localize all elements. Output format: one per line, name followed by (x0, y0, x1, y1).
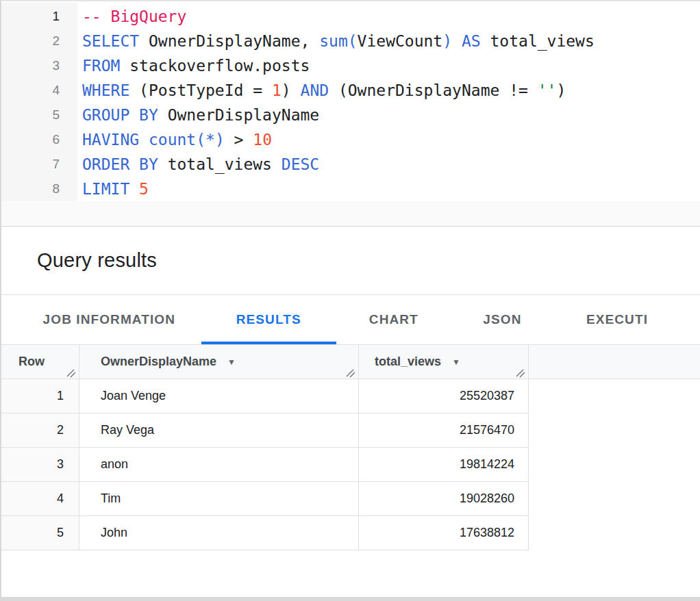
code-token: sum( (319, 32, 357, 50)
code-token: -- BigQuery (82, 8, 186, 25)
code-token: count(*) (149, 131, 225, 149)
query-results-title: Query results (37, 249, 157, 272)
code-token: total_views (481, 32, 595, 50)
column-header-label: Row (18, 355, 45, 369)
code-token: (PostTypeId = (129, 81, 272, 99)
line-number-2: 2 (1, 29, 77, 53)
code-token: 10 (253, 131, 272, 149)
row-number-cell: 1 (1, 379, 79, 413)
column-resize-handle[interactable] (66, 367, 76, 376)
code-line-5[interactable]: GROUP BY OwnerDisplayName (77, 103, 700, 127)
total-views-cell: 19814224 (359, 448, 529, 482)
line-number-8: 8 (1, 177, 77, 201)
total-views-cell: 25520387 (359, 379, 529, 413)
line-number-6: 6 (1, 127, 77, 152)
line-number-4: 4 (1, 78, 77, 103)
row-number-cell: 4 (1, 482, 79, 516)
owner-display-name-cell: John (79, 516, 359, 550)
code-token: FROM (82, 57, 120, 75)
code-token: ) (442, 32, 452, 50)
tab-json[interactable]: JSON (450, 295, 555, 344)
tab-label: EXECUTI (586, 312, 648, 327)
row-number-cell: 3 (1, 448, 79, 482)
code-token (139, 131, 149, 149)
code-token: AS (462, 32, 481, 50)
filler-cell (529, 379, 700, 413)
row-number-cell: 2 (1, 413, 79, 448)
owner-display-name-cell: Ray Vega (79, 413, 359, 448)
table-row: 4Tim19028260 (1, 482, 700, 516)
column-resize-handle[interactable] (516, 367, 525, 376)
column-header-filler (529, 345, 700, 379)
tab-label: CHART (369, 312, 418, 327)
results-table: RowOwnerDisplayName▼total_views▼1Joan Ve… (1, 345, 700, 550)
code-token (452, 32, 462, 50)
code-token: WHERE (82, 81, 129, 99)
code-token: '' (538, 81, 557, 99)
code-token: LIMIT (82, 180, 129, 198)
results-tabbar: JOB INFORMATIONRESULTSCHARTJSONEXECUTI (1, 295, 700, 345)
total-views-cell: 19028260 (359, 482, 529, 516)
tab-results[interactable]: RESULTS (200, 295, 338, 344)
tab-chart[interactable]: CHART (338, 295, 450, 344)
column-header-ownerdisplayname: OwnerDisplayName▼ (79, 345, 359, 379)
query-results-section-header: Query results (1, 227, 700, 295)
code-token: ViewCount (358, 32, 443, 50)
code-token: HAVING (82, 131, 139, 149)
code-token: ) (556, 81, 566, 99)
column-menu-arrow-icon[interactable]: ▼ (227, 358, 236, 366)
owner-display-name-cell: Joan Venge (79, 379, 359, 413)
filler-cell (529, 516, 700, 550)
code-token: SELECT (82, 32, 139, 50)
column-resize-handle[interactable] (346, 367, 355, 376)
code-token: DESC (282, 155, 319, 173)
bigquery-query-panel: 12345678 -- BigQuerySELECT OwnerDisplayN… (0, 0, 700, 601)
line-number-5: 5 (1, 103, 77, 127)
editor-code-area[interactable]: -- BigQuerySELECT OwnerDisplayName, sum(… (77, 3, 700, 201)
editor-bottom-padding (1, 201, 700, 226)
code-line-1[interactable]: -- BigQuery (77, 4, 700, 29)
code-line-6[interactable]: HAVING count(*) > 10 (77, 127, 700, 152)
total-views-cell: 17638812 (359, 516, 529, 550)
table-row: 3anon19814224 (1, 448, 700, 482)
tab-label: JSON (483, 312, 521, 327)
empty-area-below-table (1, 550, 700, 597)
code-token: ) (282, 81, 301, 99)
filler-cell (529, 448, 700, 482)
window-bottom-edge (1, 597, 700, 601)
sql-editor[interactable]: 12345678 -- BigQuerySELECT OwnerDisplayN… (1, 1, 700, 227)
code-token: OwnerDisplayName, (139, 32, 319, 50)
table-row: 5John17638812 (1, 516, 700, 550)
code-token: total_views (158, 155, 282, 173)
code-token: 1 (272, 81, 282, 99)
code-token: stackoverflow.posts (120, 57, 310, 75)
code-line-4[interactable]: WHERE (PostTypeId = 1) AND (OwnerDisplay… (77, 78, 700, 103)
code-token: 5 (139, 180, 149, 198)
code-token (129, 180, 139, 198)
code-token: OwnerDisplayName (158, 106, 319, 124)
column-header-label: OwnerDisplayName (101, 355, 216, 369)
owner-display-name-cell: anon (79, 448, 359, 482)
tab-job-information[interactable]: JOB INFORMATION (18, 295, 200, 344)
total-views-cell: 21576470 (359, 413, 529, 448)
code-token: GROUP BY (82, 106, 158, 124)
tab-label: JOB INFORMATION (43, 312, 175, 327)
code-line-8[interactable]: LIMIT 5 (77, 177, 700, 201)
editor-line-number-gutter: 12345678 (1, 3, 77, 201)
code-line-2[interactable]: SELECT OwnerDisplayName, sum(ViewCount) … (77, 29, 700, 53)
filler-cell (529, 482, 700, 516)
column-header-total-views: total_views▼ (359, 345, 529, 379)
column-header-row: Row (1, 345, 79, 379)
code-token: ORDER BY (82, 155, 158, 173)
tab-executi[interactable]: EXECUTI (555, 295, 700, 344)
column-header-label: total_views (375, 355, 441, 369)
column-menu-arrow-icon[interactable]: ▼ (452, 358, 460, 366)
table-header-row: RowOwnerDisplayName▼total_views▼ (1, 345, 700, 379)
tab-label: RESULTS (236, 312, 301, 327)
table-row: 2Ray Vega21576470 (1, 413, 700, 448)
code-line-7[interactable]: ORDER BY total_views DESC (77, 152, 700, 177)
code-token: > (225, 131, 253, 149)
code-line-3[interactable]: FROM stackoverflow.posts (77, 53, 700, 78)
line-number-3: 3 (1, 53, 77, 78)
table-row: 1Joan Venge25520387 (1, 379, 700, 413)
